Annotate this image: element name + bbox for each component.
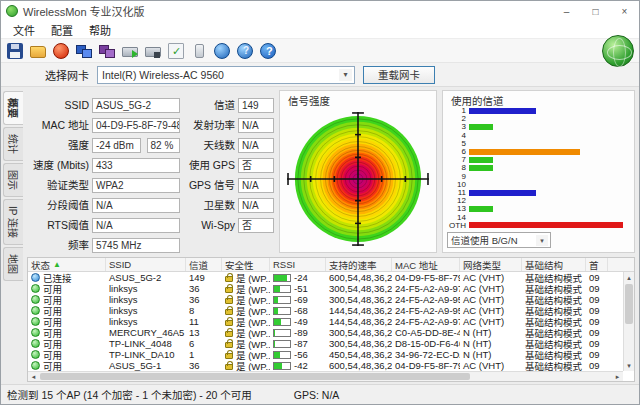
column-header-4[interactable]: RSSI <box>270 258 326 271</box>
column-header-0[interactable]: 状态▲ <box>28 258 106 271</box>
scroll-left-icon[interactable]: ◂ <box>28 372 39 381</box>
network-summary-button[interactable] <box>74 41 94 61</box>
channel-use-select[interactable]: 信道使用 B/G/N ▾ <box>447 232 551 248</box>
adapter-label: 选择网卡 <box>45 67 89 83</box>
channel-usage-bar <box>469 157 493 163</box>
ssid-cell: linksys <box>106 283 186 294</box>
channel-bars: 1234567891011121314OTH <box>447 107 628 229</box>
maximize-button[interactable]: □ <box>581 1 610 21</box>
horizontal-scroll-thumb[interactable] <box>40 373 470 380</box>
channel-usage-bar <box>469 206 493 212</box>
rssi-value: -89 <box>294 327 308 338</box>
save-button[interactable] <box>5 41 25 61</box>
ssid-cell: linksys <box>106 316 186 327</box>
channel-row-12: 12 <box>447 197 628 204</box>
tab-统计[interactable]: 统计 <box>3 127 23 161</box>
field-left-1-label: MAC 地址 <box>27 118 89 133</box>
column-header-3[interactable]: 安全性 <box>222 258 270 271</box>
export-report-button[interactable] <box>120 41 140 61</box>
field-left-3-value: 433 <box>92 158 180 173</box>
scroll-right-icon[interactable]: ▸ <box>612 372 623 381</box>
mac-cell: 34-96-72-EC-DA... <box>392 349 460 360</box>
channel-track <box>469 140 628 146</box>
mac-cell: 24-F5-A2-A9-95... <box>392 305 460 316</box>
close-button[interactable]: × <box>610 1 639 21</box>
lock-icon <box>225 298 233 304</box>
tab-图示[interactable]: 图示 <box>3 163 23 197</box>
menu-item-1[interactable]: 配置 <box>43 22 81 38</box>
map-button[interactable] <box>212 41 232 61</box>
channel-row-7: 7 <box>447 156 628 163</box>
summary-form: SSIDASUS_5G-2MAC 地址04-D9-F5-8F-79-48强度-2… <box>27 90 274 253</box>
rates-cell: 300,54,48,36,24... <box>326 283 392 294</box>
channel-track <box>469 206 628 212</box>
ssid-cell: linksys <box>106 294 186 305</box>
column-header-1[interactable]: SSID <box>106 258 186 271</box>
rssi-value: -56 <box>294 349 308 360</box>
column-header-9[interactable]: 首 <box>586 258 608 271</box>
web-help-button[interactable] <box>235 41 255 61</box>
horizontal-scrollbar[interactable]: ◂ ▸ <box>28 371 623 381</box>
adapter-select[interactable]: Intel(R) Wireless-AC 9560 ▾ <box>97 66 355 84</box>
net-type-cell: AC (VHT) <box>460 294 522 305</box>
net-type-cell: AC (VHT) <box>460 305 522 316</box>
channel-label: 8 <box>447 164 469 171</box>
rssi-bar-fill <box>274 275 287 281</box>
channel-row-3: 3 <box>447 123 628 130</box>
rates-cell: 300,54,48,36,24... <box>326 294 392 305</box>
rssi-bar <box>273 285 291 293</box>
device-button[interactable] <box>189 41 209 61</box>
column-header-label: 状态 <box>31 258 50 271</box>
menu-item-2[interactable]: 帮助 <box>81 22 119 38</box>
column-header-8[interactable]: 基础结构 <box>522 258 586 271</box>
help-button[interactable] <box>258 41 278 61</box>
open-file-button[interactable] <box>28 41 48 61</box>
vertical-scrollbar[interactable]: ▴ ▾ <box>623 272 634 371</box>
network-stats-button[interactable] <box>97 41 117 61</box>
adapter-row: 选择网卡 Intel(R) Wireless-AC 9560 ▾ 重载网卡 <box>1 63 639 87</box>
field-left-1-value: 04-D9-F5-8F-79-48 <box>92 118 180 133</box>
rates-cell: 144,54,48,36,24... <box>326 316 392 327</box>
mac-cell: 24-F5-A2-A9-97... <box>392 316 460 327</box>
print-button[interactable] <box>143 41 163 61</box>
ap-table-body: 已连接ASUS_5G-2149是 (WP...-24600,54,48,36,2… <box>28 272 634 381</box>
field-left-2-value: -24 dBm <box>92 138 141 153</box>
net-type-cell: AC (VHT) <box>460 283 522 294</box>
channel-row-1: 1 <box>447 107 628 114</box>
column-header-label: 安全性 <box>225 258 254 271</box>
minimize-button[interactable]: – <box>552 1 581 21</box>
app-icon <box>6 5 18 17</box>
vertical-scroll-thumb[interactable] <box>625 284 633 324</box>
first-seen-cell: 09 <box>586 283 608 294</box>
field-right-2-label: 天线数 <box>183 138 235 153</box>
lock-icon <box>225 342 233 348</box>
rssi-bar-fill <box>274 363 282 369</box>
signal-strength-panel: 信号强度 <box>279 90 437 253</box>
rssi-bar <box>273 274 291 282</box>
scroll-down-icon[interactable]: ▾ <box>624 360 634 371</box>
ap-table: 状态▲SSID信道安全性RSSI支持的速率MAC 地址网络类型基础结构首 已连接… <box>27 257 635 382</box>
column-header-5[interactable]: 支持的速率 <box>326 258 392 271</box>
menu-item-0[interactable]: 文件 <box>5 22 43 38</box>
verify-button[interactable] <box>166 41 186 61</box>
column-header-2[interactable]: 信道 <box>186 258 222 271</box>
tab-地图[interactable]: 地图 <box>3 247 23 281</box>
rates-cell: 300,54,48,36,24... <box>326 327 392 338</box>
column-header-label: 信道 <box>189 258 208 271</box>
channel-usage-bar <box>469 165 493 171</box>
scroll-up-icon[interactable]: ▴ <box>624 272 634 283</box>
channel-track <box>469 190 628 196</box>
channel-track <box>469 222 628 228</box>
first-seen-cell: 09 <box>586 338 608 349</box>
menu-bar: 文件配置帮助 <box>1 21 639 39</box>
tab-概要[interactable]: 概要 <box>3 91 23 125</box>
stop-logging-button[interactable] <box>51 41 71 61</box>
field-right-1-value: N/A <box>238 118 274 133</box>
tab-IP 连接[interactable]: IP 连接 <box>3 199 23 245</box>
reload-adapter-button[interactable]: 重载网卡 <box>363 66 435 84</box>
field-left-0-value: ASUS_5G-2 <box>92 98 180 113</box>
column-header-6[interactable]: MAC 地址 <box>392 258 460 271</box>
rssi-value: -87 <box>294 338 308 349</box>
channel-label: 10 <box>447 181 469 188</box>
column-header-7[interactable]: 网络类型 <box>460 258 522 271</box>
